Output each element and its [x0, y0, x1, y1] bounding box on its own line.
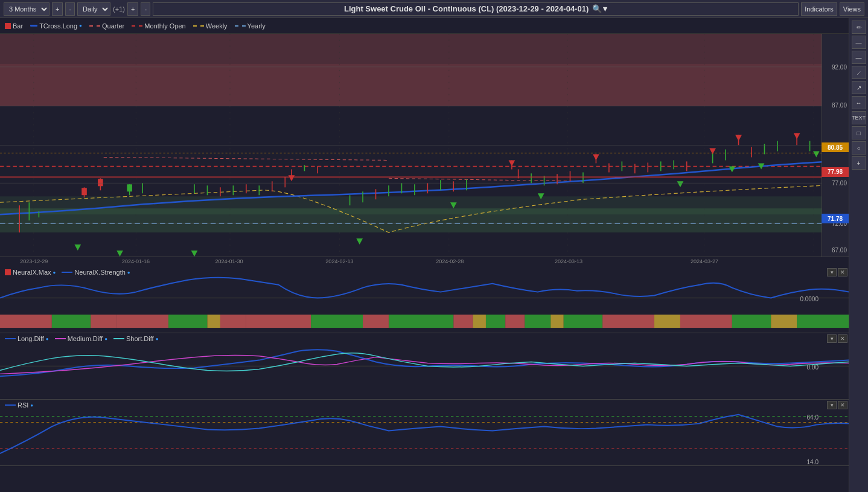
short-diff-color — [113, 338, 124, 339]
svg-rect-116 — [654, 315, 680, 328]
rsi-svg — [0, 400, 849, 465]
chart-title-text: Light Sweet Crude Oil - Continuous (CL) … — [344, 4, 589, 13]
period-plus-btn[interactable]: + — [52, 2, 63, 16]
chart-area: Bar TCross.Long ● Quarter Monthly Open W… — [0, 18, 849, 492]
rsi-dropdown-btn[interactable]: ▾ — [827, 401, 837, 409]
rsi-y-label-top: 64.0 — [807, 414, 819, 421]
diff-legend: Long.Diff ● Medium.Diff ● Short.Diff ● — [0, 333, 164, 344]
svg-rect-1 — [0, 64, 849, 106]
svg-rect-98 — [52, 315, 91, 328]
svg-marker-74 — [794, 133, 800, 139]
y-label-67: 67.00 — [832, 246, 847, 253]
dropdown-icon[interactable]: ▾ — [603, 4, 607, 13]
adjustment-label: (+1) — [113, 5, 125, 13]
svg-rect-113 — [550, 315, 563, 328]
long-diff-legend: Long.Diff ● — [5, 335, 49, 342]
medium-diff-dot: ● — [104, 336, 107, 342]
right-toolbar: ✏ — — ⟋ ↗ ↔ TEXT □ ○ + — [849, 18, 868, 492]
search-icon[interactable]: 🔍 — [592, 4, 602, 13]
svg-rect-24 — [127, 184, 132, 191]
legend-bar: Bar TCross.Long ● Quarter Monthly Open W… — [0, 18, 849, 34]
medium-diff-color — [55, 338, 66, 339]
x-label-0327: 2024-03-27 — [691, 258, 718, 264]
neuralx-legend: NeuralX.Max ● NeuralX.Strength ● — [0, 267, 135, 278]
crosshair-btn[interactable]: + — [852, 156, 866, 170]
legend-weekly-item: Weekly — [193, 22, 228, 30]
diff-panel: Long.Diff ● Medium.Diff ● Short.Diff ● ▾… — [0, 333, 849, 400]
x-label-0228: 2024-02-28 — [436, 258, 464, 264]
price-y-axis: 92.00 87.00 82.00 77.00 72.00 67.00 80.8… — [822, 34, 849, 257]
price-chart[interactable]: 92.00 87.00 82.00 77.00 72.00 67.00 80.8… — [0, 34, 849, 257]
svg-marker-87 — [813, 151, 820, 157]
svg-rect-105 — [311, 315, 363, 328]
long-diff-color — [5, 338, 16, 339]
adj-minus-btn[interactable]: - — [141, 2, 150, 16]
short-diff-legend: Short.Diff ● — [113, 335, 159, 342]
ruler-btn[interactable]: ↔ — [852, 96, 866, 109]
y-label-77: 77.00 — [832, 180, 847, 187]
neuralx-strength-legend: NeuralX.Strength ● — [62, 269, 130, 276]
line-btn[interactable]: — — [852, 36, 866, 49]
rect-btn[interactable]: □ — [852, 126, 866, 139]
neuralx-max-dot: ● — [53, 270, 56, 275]
diff-y-label: 0.00 — [807, 364, 819, 371]
svg-marker-78 — [74, 244, 81, 251]
x-axis: 2023-12-29 2024-01-16 2024-01-30 2024-02… — [0, 257, 849, 267]
y-label-92: 92.00 — [832, 64, 847, 71]
circle-btn[interactable]: ○ — [852, 141, 866, 155]
rsi-line-color — [5, 404, 16, 406]
svg-rect-109 — [473, 315, 485, 328]
svg-rect-22 — [98, 179, 103, 186]
monthly-legend-label: Monthly Open — [144, 22, 185, 30]
legend-bar-item: Bar — [5, 22, 23, 30]
tcross-legend-color — [30, 25, 37, 27]
rsi-panel: RSI ● ▾ ✕ 64.0 14.0 — [0, 400, 849, 466]
y-label-87: 87.00 — [832, 102, 847, 109]
rsi-close-btn[interactable]: ✕ — [838, 401, 847, 409]
svg-rect-100 — [116, 315, 168, 328]
svg-marker-79 — [116, 251, 123, 257]
bar-legend-label: Bar — [13, 22, 23, 30]
x-label-0213: 2024-02-13 — [325, 258, 353, 264]
timeframe-select[interactable]: Daily — [77, 2, 110, 16]
svg-line-6 — [104, 157, 389, 160]
svg-marker-81 — [356, 238, 363, 244]
neuralx-close-btn[interactable]: ✕ — [838, 268, 847, 276]
svg-marker-49 — [509, 160, 515, 166]
svg-line-7 — [389, 178, 583, 181]
adj-plus-btn[interactable]: + — [127, 2, 138, 16]
diff-close-btn[interactable]: ✕ — [838, 334, 847, 343]
indicators-btn[interactable]: Indicators — [801, 2, 837, 16]
period-minus-btn[interactable]: - — [65, 2, 75, 16]
svg-rect-119 — [771, 315, 797, 328]
svg-rect-112 — [525, 315, 550, 328]
draw-angle-btn[interactable]: ⟋ — [852, 66, 866, 79]
svg-rect-108 — [453, 315, 473, 328]
hline-btn[interactable]: — — [852, 51, 866, 64]
tcross-dot-icon: ● — [79, 23, 82, 28]
svg-rect-114 — [564, 315, 602, 328]
medium-diff-label: Medium.Diff — [68, 335, 103, 342]
x-label-0116: 2024-01-16 — [122, 258, 150, 264]
arrow-btn[interactable]: ↗ — [852, 81, 866, 94]
svg-rect-110 — [486, 315, 505, 328]
weekly-legend-label: Weekly — [206, 22, 228, 30]
views-btn[interactable]: Views — [840, 2, 864, 16]
svg-rect-102 — [207, 315, 220, 328]
text-btn[interactable]: TEXT — [852, 111, 866, 124]
neuralx-panel: NeuralX.Max ● NeuralX.Strength ● ▾ ✕ — [0, 267, 849, 333]
diff-dropdown-btn[interactable]: ▾ — [827, 334, 837, 343]
period-select[interactable]: 3 Months — [4, 2, 49, 16]
quarter-legend-color — [89, 25, 100, 27]
price-badge-red: 77.98 — [822, 167, 849, 177]
price-badge-orange: 80.85 — [822, 142, 849, 152]
legend-monthly-item: Monthly Open — [132, 22, 185, 30]
svg-marker-27 — [289, 175, 295, 181]
neuralx-dropdown-btn[interactable]: ▾ — [827, 268, 837, 276]
svg-rect-117 — [680, 315, 732, 328]
x-label-0313: 2024-03-13 — [555, 258, 582, 264]
pencil-btn[interactable]: ✏ — [852, 21, 866, 34]
legend-tcross-item: TCross.Long ● — [30, 22, 82, 30]
svg-rect-99 — [91, 315, 116, 328]
quarter-legend-label: Quarter — [102, 22, 124, 30]
